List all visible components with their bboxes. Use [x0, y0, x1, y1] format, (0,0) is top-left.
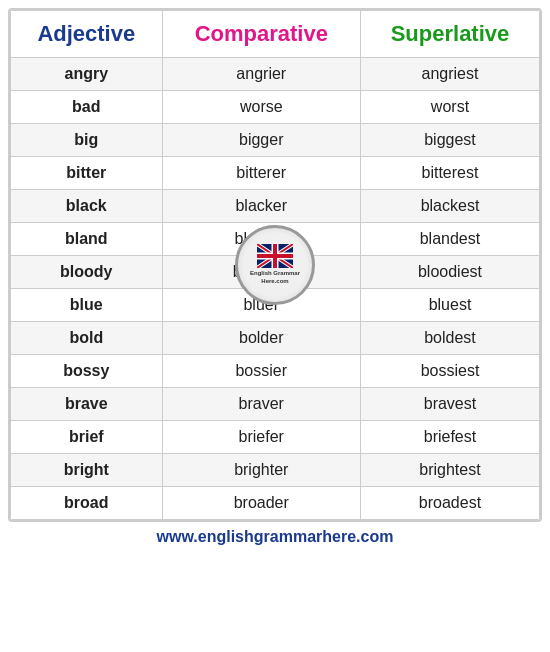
table-row: badworseworst — [11, 91, 540, 124]
table-row: bossybossierbossiest — [11, 355, 540, 388]
comparative-cell: bolder — [162, 322, 360, 355]
table-row: bluebluerbluest — [11, 289, 540, 322]
superlative-cell: brightest — [360, 454, 539, 487]
adjective-cell: big — [11, 124, 163, 157]
table-row: bitterbittererbitterest — [11, 157, 540, 190]
superlative-cell: boldest — [360, 322, 539, 355]
comparative-cell: brighter — [162, 454, 360, 487]
table-row: bravebraverbravest — [11, 388, 540, 421]
comparative-cell: bossier — [162, 355, 360, 388]
table-body: angryangrierangriestbadworseworstbigbigg… — [11, 58, 540, 520]
adjective-cell: bright — [11, 454, 163, 487]
superlative-cell: angriest — [360, 58, 539, 91]
superlative-cell: bravest — [360, 388, 539, 421]
comparative-cell: braver — [162, 388, 360, 421]
table-header-row: Adjective Comparative Superlative — [11, 11, 540, 58]
superlative-cell: bloodiest — [360, 256, 539, 289]
comparative-cell: bitterer — [162, 157, 360, 190]
footer-url: www.englishgrammarhere.com — [157, 528, 394, 546]
superlative-cell: blandest — [360, 223, 539, 256]
table-row: boldbolderboldest — [11, 322, 540, 355]
adjectives-table: Adjective Comparative Superlative angrya… — [10, 10, 540, 520]
superlative-cell: worst — [360, 91, 539, 124]
adjective-cell: bloody — [11, 256, 163, 289]
adjective-cell: bossy — [11, 355, 163, 388]
table-row: brightbrighterbrightest — [11, 454, 540, 487]
adjective-cell: bland — [11, 223, 163, 256]
comparative-cell: briefer — [162, 421, 360, 454]
adjective-cell: brave — [11, 388, 163, 421]
comparative-header: Comparative — [162, 11, 360, 58]
comparative-cell: worse — [162, 91, 360, 124]
comparative-cell: bigger — [162, 124, 360, 157]
superlative-cell: broadest — [360, 487, 539, 520]
adjective-cell: broad — [11, 487, 163, 520]
comparative-cell: broader — [162, 487, 360, 520]
comparative-cell: angrier — [162, 58, 360, 91]
adjective-cell: brief — [11, 421, 163, 454]
comparative-cell: bluer — [162, 289, 360, 322]
adjective-cell: bad — [11, 91, 163, 124]
superlative-cell: briefest — [360, 421, 539, 454]
comparative-cell: blander — [162, 223, 360, 256]
comparative-cell: bloodier — [162, 256, 360, 289]
superlative-cell: biggest — [360, 124, 539, 157]
superlative-cell: bossiest — [360, 355, 539, 388]
table-container: Adjective Comparative Superlative angrya… — [10, 10, 540, 520]
adjective-cell: black — [11, 190, 163, 223]
comparative-cell: blacker — [162, 190, 360, 223]
superlative-cell: bitterest — [360, 157, 539, 190]
superlative-cell: bluest — [360, 289, 539, 322]
table-row: angryangrierangriest — [11, 58, 540, 91]
table-row: blandblanderblandest — [11, 223, 540, 256]
adjective-cell: blue — [11, 289, 163, 322]
superlative-header: Superlative — [360, 11, 539, 58]
table-row: briefbrieferbriefest — [11, 421, 540, 454]
adjective-cell: angry — [11, 58, 163, 91]
table-row: bigbiggerbiggest — [11, 124, 540, 157]
table-row: bloodybloodierbloodiest — [11, 256, 540, 289]
adjective-header: Adjective — [11, 11, 163, 58]
table-row: blackblackerblackest — [11, 190, 540, 223]
superlative-cell: blackest — [360, 190, 539, 223]
main-table-wrapper: Adjective Comparative Superlative angrya… — [8, 8, 542, 522]
table-row: broadbroaderbroadest — [11, 487, 540, 520]
adjective-cell: bold — [11, 322, 163, 355]
adjective-cell: bitter — [11, 157, 163, 190]
